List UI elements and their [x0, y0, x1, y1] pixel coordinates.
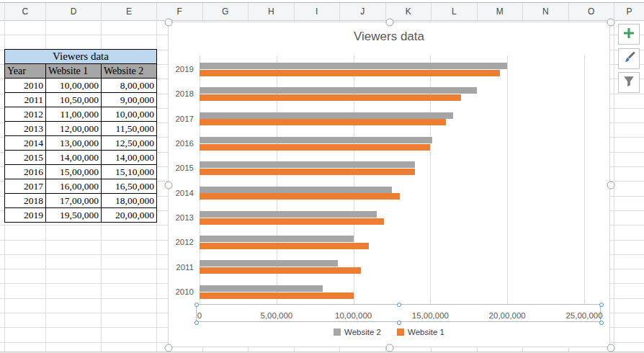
y-axis-category-label[interactable]: 2017	[169, 114, 194, 124]
year-cell[interactable]: 2012	[5, 107, 46, 122]
value-cell[interactable]: 10,00,000	[102, 107, 157, 122]
y-axis-category-label[interactable]: 2012	[169, 237, 194, 247]
y-axis-category-label[interactable]: 2015	[169, 163, 194, 173]
website1-bar[interactable]	[200, 94, 461, 101]
website2-bar[interactable]	[200, 161, 415, 168]
column-header-P[interactable]: P	[614, 3, 644, 20]
website1-bar[interactable]	[200, 169, 415, 175]
website2-bar[interactable]	[200, 63, 507, 69]
viewers-data-chart[interactable]: Viewers data Website 2Website 1 20192018…	[168, 22, 610, 347]
y-axis-category-label[interactable]: 2010	[169, 287, 194, 297]
chart-selection-handle[interactable]	[165, 182, 173, 189]
website2-bar[interactable]	[200, 236, 354, 242]
legend-item-website-2[interactable]: Website 2	[334, 328, 381, 336]
chart-selection-handle[interactable]	[165, 19, 173, 27]
website1-bar[interactable]	[200, 267, 361, 274]
column-header-K[interactable]: K	[385, 3, 431, 20]
column-header-N[interactable]: N	[522, 3, 568, 20]
chart-selection-handle[interactable]	[607, 344, 615, 352]
value-cell[interactable]: 16,00,000	[46, 179, 102, 194]
chart-styles-button[interactable]	[618, 48, 640, 69]
website1-bar[interactable]	[200, 292, 354, 299]
axis-selection-handle[interactable]	[599, 321, 604, 325]
value-cell[interactable]: 17,00,000	[46, 194, 102, 208]
y-axis-category-label[interactable]: 2011	[169, 262, 194, 272]
column-header-M[interactable]: M	[477, 3, 523, 20]
website1-bar[interactable]	[200, 70, 500, 76]
website2-bar[interactable]	[200, 285, 323, 292]
value-cell[interactable]: 15,00,000	[46, 165, 102, 179]
column-header-G[interactable]: G	[202, 3, 249, 20]
value-cell[interactable]: 12,50,000	[102, 136, 157, 151]
year-cell[interactable]: 2016	[5, 165, 46, 179]
column-header-I[interactable]: I	[294, 3, 340, 20]
table-title-cell[interactable]: Viewers data	[5, 50, 157, 64]
year-cell[interactable]: 2014	[5, 136, 46, 151]
value-cell[interactable]: 11,00,000	[46, 107, 102, 122]
value-cell[interactable]: 14,00,000	[46, 151, 102, 165]
axis-selection-handle[interactable]	[397, 303, 401, 307]
value-cell[interactable]: 10,50,000	[46, 93, 102, 107]
legend-item-website-1[interactable]: Website 1	[397, 328, 444, 336]
chart-selection-handle[interactable]	[386, 19, 394, 27]
value-cell[interactable]: 12,00,000	[46, 122, 102, 136]
viewers-data-table[interactable]: Viewers data YearWebsite 1Website 2 2010…	[4, 49, 157, 223]
axis-selection-handle[interactable]	[397, 321, 401, 325]
chart-selection-handle[interactable]	[607, 19, 615, 27]
year-cell[interactable]: 2015	[5, 151, 46, 165]
chart-selection-handle[interactable]	[165, 344, 173, 352]
value-cell[interactable]: 9,00,000	[102, 93, 157, 107]
website1-bar[interactable]	[200, 243, 369, 249]
chart-title[interactable]: Viewers data	[169, 30, 609, 44]
column-header-J[interactable]: J	[339, 3, 385, 20]
value-cell[interactable]: 16,50,000	[102, 179, 157, 194]
column-header-F[interactable]: F	[156, 3, 202, 20]
website1-bar[interactable]	[200, 119, 446, 125]
column-header-D[interactable]: D	[45, 3, 101, 20]
y-axis-category-label[interactable]: 2014	[169, 188, 194, 198]
chart-selection-handle[interactable]	[386, 344, 394, 352]
table-column-header-website-1[interactable]: Website 1	[46, 64, 102, 79]
axis-selection-handle[interactable]	[194, 321, 199, 325]
axis-selection-handle[interactable]	[599, 303, 604, 307]
value-cell[interactable]: 10,00,000	[46, 79, 102, 93]
value-cell[interactable]: 19,50,000	[46, 208, 102, 223]
value-cell[interactable]: 20,00,000	[102, 208, 157, 223]
year-cell[interactable]: 2018	[5, 194, 46, 208]
year-cell[interactable]: 2017	[5, 179, 46, 194]
y-axis-category-label[interactable]: 2016	[169, 138, 194, 148]
column-header-E[interactable]: E	[101, 3, 156, 20]
value-cell[interactable]: 18,00,000	[102, 194, 157, 208]
value-cell[interactable]: 13,00,000	[46, 136, 102, 151]
chart-elements-button[interactable]	[618, 24, 640, 45]
table-column-header-website-2[interactable]: Website 2	[102, 64, 157, 79]
value-cell[interactable]: 11,50,000	[102, 122, 157, 136]
column-header-O[interactable]: O	[568, 3, 614, 20]
chart-filters-button[interactable]	[618, 72, 640, 93]
year-cell[interactable]: 2013	[5, 122, 46, 136]
y-axis-category-label[interactable]: 2013	[169, 213, 194, 223]
website2-bar[interactable]	[200, 87, 477, 94]
website2-bar[interactable]	[200, 137, 432, 143]
website1-bar[interactable]	[200, 193, 400, 200]
value-cell[interactable]: 14,00,000	[102, 151, 157, 165]
y-axis-category-label[interactable]: 2018	[169, 89, 194, 99]
chart-legend[interactable]: Website 2Website 1	[169, 328, 609, 336]
website2-bar[interactable]	[200, 260, 338, 267]
year-cell[interactable]: 2011	[5, 93, 46, 107]
column-header-C[interactable]: C	[4, 3, 46, 20]
value-cell[interactable]: 15,10,000	[102, 165, 157, 179]
chart-selection-handle[interactable]	[607, 182, 615, 189]
axis-selection-handle[interactable]	[194, 303, 199, 307]
x-axis-selection-box[interactable]	[196, 304, 601, 322]
website1-bar[interactable]	[200, 144, 430, 151]
table-column-header-year[interactable]: Year	[5, 64, 46, 79]
year-cell[interactable]: 2019	[5, 208, 46, 223]
year-cell[interactable]: 2010	[5, 79, 46, 93]
website2-bar[interactable]	[200, 187, 392, 193]
website1-bar[interactable]	[200, 218, 384, 225]
column-header-H[interactable]: H	[248, 3, 294, 20]
value-cell[interactable]: 8,00,000	[102, 79, 157, 93]
column-header-L[interactable]: L	[431, 3, 477, 20]
y-axis-category-label[interactable]: 2019	[169, 64, 194, 74]
